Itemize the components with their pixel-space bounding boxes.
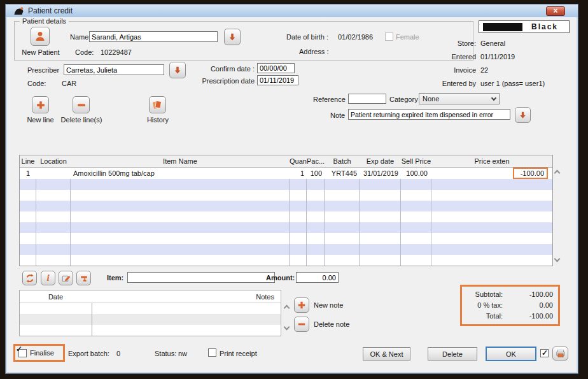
printer-icon: [555, 348, 566, 359]
dob-value: 01/02/1986: [338, 33, 373, 41]
ok-next-label: OK & Next: [370, 350, 403, 358]
ok-label: OK: [506, 350, 516, 358]
status-value: nw: [178, 350, 187, 358]
ok-next-button[interactable]: OK & Next: [363, 347, 410, 361]
print-on-ok-checkbox[interactable]: [540, 349, 549, 357]
delete-button[interactable]: Delete: [428, 347, 477, 361]
history-label: History: [141, 116, 174, 124]
category-value: None: [423, 95, 439, 103]
notes-table-body[interactable]: [20, 303, 281, 336]
prescriber-input[interactable]: [64, 64, 164, 75]
amount-input[interactable]: [296, 272, 339, 283]
delete-note-label: Delete note: [314, 320, 349, 329]
note-label: Note: [330, 111, 345, 120]
delete-label: Delete: [442, 350, 463, 358]
total-label: Total:: [466, 312, 503, 320]
col-header-price-exten[interactable]: Price exten: [431, 157, 552, 165]
category-select[interactable]: None: [419, 93, 500, 104]
cell-batch: YRT445: [325, 169, 360, 177]
col-header-item-name[interactable]: Item Name: [71, 157, 290, 165]
finalise-checkbox[interactable]: [18, 349, 27, 357]
invoice-label: Invoice: [404, 66, 476, 75]
col-header-pack[interactable]: Pac...: [307, 157, 325, 165]
price-exten-highlight: -100.00: [513, 168, 548, 179]
female-checkbox: [385, 32, 393, 41]
tax-label: 0 % tax:: [466, 301, 503, 309]
new-patient-button[interactable]: [31, 27, 50, 46]
stamp-icon: [79, 273, 89, 283]
col-header-line[interactable]: Line: [20, 157, 36, 165]
item-input[interactable]: [127, 272, 275, 283]
item-row[interactable]: 1 Amoxicillin 500mg tab/cap 1 100 YRT445…: [20, 168, 552, 179]
totals-highlight-box: Subtotal: -100.00 0 % tax: 0.00 Total: -…: [460, 285, 560, 326]
new-line-button[interactable]: [32, 96, 49, 113]
store-label: Store:: [404, 39, 476, 48]
minus-icon: [297, 319, 307, 329]
invoice-value: 22: [480, 66, 488, 75]
col-header-exp-date[interactable]: Exp date: [360, 157, 401, 165]
items-table-header[interactable]: Line Location Item Name Quan Pac... Batc…: [20, 155, 552, 168]
confirm-date-input[interactable]: [257, 63, 295, 73]
color-selector[interactable]: Black: [479, 20, 570, 33]
col-header-location[interactable]: Location: [36, 157, 71, 165]
notes-table-header: Date Notes: [20, 290, 281, 303]
prescriber-lookup-button[interactable]: [169, 62, 186, 78]
col-header-quan[interactable]: Quan: [290, 157, 307, 165]
amount-label: Amount:: [266, 274, 295, 282]
entered-label: Entered: [404, 53, 476, 61]
new-note-button[interactable]: [294, 297, 309, 313]
status-label: Status:: [155, 350, 176, 358]
print-button[interactable]: [552, 347, 568, 361]
edit-icon: [61, 273, 71, 283]
prescriber-code-value: CAR: [62, 80, 76, 88]
tax-value: 0.00: [503, 301, 553, 309]
app-icon: [13, 6, 24, 15]
empty-rows-stripes: [20, 179, 552, 266]
cell-quan: 1: [290, 169, 307, 177]
category-label: Category: [389, 96, 418, 104]
note-lookup-button[interactable]: [515, 107, 531, 123]
store-value: General: [480, 39, 505, 48]
address-label: Address :: [299, 48, 328, 56]
total-value: -100.00: [503, 312, 553, 320]
delete-lines-label: Delete line(s): [59, 116, 104, 124]
col-header-batch[interactable]: Batch: [325, 157, 360, 165]
note-input[interactable]: [348, 109, 510, 120]
new-patient-label: New Patient: [19, 48, 62, 57]
col-header-sell-price[interactable]: Sell Price: [401, 157, 431, 165]
prescription-date-input[interactable]: [257, 75, 298, 85]
confirm-date-label: Confirm date :: [191, 65, 255, 73]
close-button[interactable]: ×: [546, 6, 565, 16]
refresh-button[interactable]: [22, 271, 37, 285]
reference-input[interactable]: [348, 94, 386, 104]
info-button[interactable]: i: [41, 271, 55, 285]
cell-item-name: Amoxicillin 500mg tab/cap: [71, 169, 290, 177]
export-batch-label: Export batch:: [68, 350, 109, 358]
delete-lines-button[interactable]: [73, 96, 90, 113]
ok-button[interactable]: OK: [486, 347, 536, 361]
name-label: Name: [70, 33, 88, 41]
edit-button[interactable]: [59, 271, 73, 285]
entered-by-value: user 1 (pass= user1): [480, 80, 545, 88]
patient-details-legend: Patient details: [20, 17, 69, 25]
person-icon: [34, 30, 46, 43]
print-receipt-checkbox[interactable]: [208, 348, 216, 357]
delete-note-button[interactable]: [294, 317, 309, 332]
print-receipt-label: Print receipt: [220, 350, 257, 358]
history-button[interactable]: [149, 96, 166, 113]
name-input[interactable]: [89, 31, 218, 42]
refresh-icon: [25, 273, 35, 283]
prescription-date-label: Prescription date: [181, 77, 255, 85]
history-cards-icon: [151, 99, 164, 111]
color-name: Black: [531, 22, 558, 31]
items-table: Line Location Item Name Quan Pac... Batc…: [19, 155, 553, 266]
new-note-label: New note: [314, 301, 343, 310]
stamp-button[interactable]: [76, 271, 91, 285]
cell-exp-date: 31/01/2019: [360, 169, 401, 177]
window-title: Patient credit: [28, 6, 73, 15]
down-arrow-icon: [172, 65, 183, 75]
entered-by-label: Entered by: [404, 80, 476, 88]
finalise-highlight-box: Finalise: [13, 344, 65, 362]
down-arrow-icon: [227, 32, 237, 42]
name-lookup-button[interactable]: [224, 29, 241, 45]
